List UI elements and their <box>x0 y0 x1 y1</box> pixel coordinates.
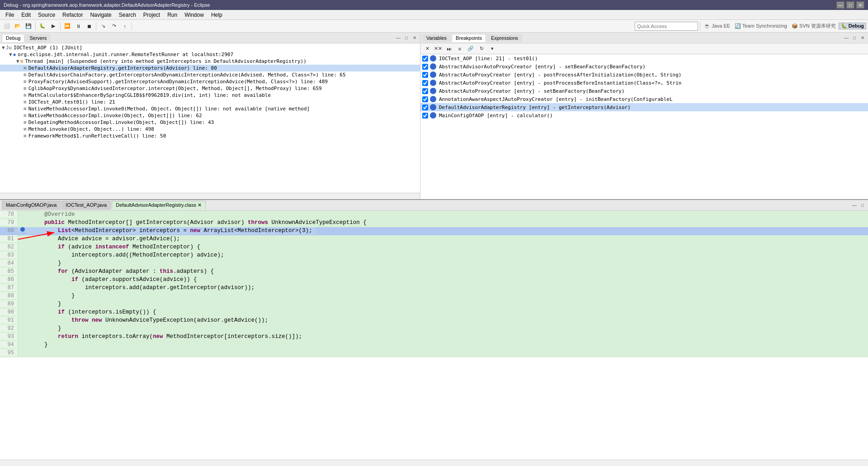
menu-navigate[interactable]: Navigate <box>86 11 115 19</box>
menu-window[interactable]: Window <box>181 11 208 19</box>
step-return-button[interactable]: ↑ <box>120 21 130 31</box>
line-content-83: interceptors.add((MethodInterceptor) adv… <box>27 252 228 259</box>
stack-frame-5-label: MathCalculator$$EnhancerBySpringCGLIB$$f… <box>28 92 271 98</box>
stack-thread[interactable]: ▼ ⚙ Thread [main] (Suspended (entry into… <box>0 58 420 65</box>
code-line-93: 93 return interceptors.toArray(new Metho… <box>0 333 868 341</box>
maximize-view-button[interactable]: □ <box>403 34 410 42</box>
stack-frame-7-label: NativeMethodAccessorImpl.invoke0(Method,… <box>28 106 310 112</box>
menu-search[interactable]: Search <box>115 11 140 19</box>
tab-breakpoints[interactable]: Breakpoints <box>452 34 486 42</box>
bp-checkbox-3[interactable] <box>422 72 428 78</box>
menu-refactor[interactable]: Refactor <box>59 11 86 19</box>
suspend-button[interactable]: ⏸ <box>73 21 83 31</box>
code-horizontal-scrollbar[interactable] <box>0 460 868 466</box>
tab-defaultadvisor[interactable]: DefaultAdvisorAdapterRegistry.class ✕ <box>112 201 206 209</box>
quick-access-input[interactable] <box>635 22 698 31</box>
menu-run[interactable]: Run <box>164 11 181 19</box>
minimize-button[interactable]: — <box>836 1 844 9</box>
stack-class[interactable]: ▼ ◆ org.eclipse.jdt.internal.junit.runne… <box>0 51 420 58</box>
bp-sync-button[interactable]: ↻ <box>476 44 486 54</box>
bp-expand-button[interactable]: ≡ <box>455 44 465 54</box>
bp-item-7[interactable]: DefaultAdvisorAdapterRegistry [entry] - … <box>420 103 868 111</box>
terminate-button[interactable]: ⏹ <box>84 21 94 31</box>
menu-project[interactable]: Project <box>140 11 164 19</box>
bp-checkbox-6[interactable] <box>422 96 428 102</box>
tab-expressions[interactable]: Expressions <box>487 34 522 42</box>
tab-servers[interactable]: Servers <box>25 34 51 42</box>
bp-item-8[interactable]: MainConfigOfAOP [entry] - calculator() <box>420 111 868 119</box>
bp-checkbox-2[interactable] <box>422 64 428 70</box>
bp-checkbox-4[interactable] <box>422 80 428 86</box>
right-maximize-button[interactable]: □ <box>851 34 858 42</box>
breakpoints-list: IOCTest_AOP [line: 21] - test01() Abstra… <box>420 54 868 199</box>
step-into-button[interactable]: ↘ <box>98 21 108 31</box>
right-minimize-button[interactable]: — <box>843 34 850 42</box>
stack-thread-label: Thread [main] (Suspended (entry into met… <box>25 58 307 64</box>
bp-item-5[interactable]: AbstractAutoProxyCreator [entry] - setBe… <box>420 87 868 95</box>
tab-variables[interactable]: Variables <box>422 34 451 42</box>
bottom-section: MainConfigOfAOP.java IOCTest_AOP.java De… <box>0 200 868 466</box>
save-button[interactable]: 💾 <box>24 21 33 31</box>
bp-item-4[interactable]: AbstractAutoProxyCreator [entry] - postP… <box>420 79 868 87</box>
line-content-93: return interceptors.toArray(new MethodIn… <box>27 333 306 340</box>
menu-edit[interactable]: Edit <box>18 11 34 19</box>
close-view-button[interactable]: ✕ <box>411 34 418 42</box>
remove-breakpoint-button[interactable]: ✕ <box>422 44 432 54</box>
resume-button[interactable]: ⏩ <box>62 21 72 31</box>
editor-minimize-button[interactable]: — <box>851 202 858 209</box>
right-close-button[interactable]: ✕ <box>859 34 866 42</box>
menu-help[interactable]: Help <box>208 11 226 19</box>
minimize-view-button[interactable]: — <box>395 34 402 42</box>
close-button[interactable]: ✕ <box>856 1 864 9</box>
editor-controls: — □ <box>851 202 866 209</box>
stack-frame-7[interactable]: ≡ NativeMethodAccessorImpl.invoke0(Metho… <box>0 105 420 112</box>
bp-checkbox-8[interactable] <box>422 113 428 119</box>
line-content-81: Advice advice = advisor.getAdvice(); <box>27 235 184 243</box>
bp-checkbox-5[interactable] <box>422 88 428 94</box>
stack-root[interactable]: ▼ Ju IOCTest_AOP (1) [JUnit] <box>0 44 420 51</box>
stack-frame-5[interactable]: ≡ MathCalculator$$EnhancerBySpringCGLIB$… <box>0 92 420 99</box>
team-sync-persp[interactable]: 🔄 Team Synchronizing <box>733 23 789 29</box>
stack-frame-8[interactable]: ≡ NativeMethodAccessorImpl.invoke(Object… <box>0 112 420 119</box>
code-line-94: 94 } <box>0 341 868 349</box>
open-button[interactable]: 📂 <box>13 21 23 31</box>
maximize-button[interactable]: □ <box>846 1 854 9</box>
stack-frame-1[interactable]: ≡ DefaultAdvisorAdapterRegistry.getInter… <box>0 65 420 71</box>
code-tabs: MainConfigOfAOP.java IOCTest_AOP.java De… <box>0 200 868 211</box>
stack-frame-4[interactable]: ≡ CglibAopProxy$DynamicAdvisedIntercepto… <box>0 85 420 92</box>
debug-scrollbar[interactable] <box>0 193 420 199</box>
run-button[interactable]: ▶ <box>48 21 58 31</box>
menu-source[interactable]: Source <box>34 11 59 19</box>
bp-link-button[interactable]: 🔗 <box>466 44 476 54</box>
step-over-button[interactable]: ↷ <box>109 21 119 31</box>
stack-frame-10[interactable]: ≡ Method.invoke(Object, Object...) line:… <box>0 126 420 133</box>
bp-item-3[interactable]: AbstractAutoProxyCreator [entry] - postP… <box>420 71 868 79</box>
bp-text-8: MainConfigOfAOP [entry] - calculator() <box>439 113 553 119</box>
debug-button[interactable]: 🐛 <box>38 21 47 31</box>
bp-checkbox-7[interactable] <box>422 105 428 110</box>
tab-mainconfigofaop[interactable]: MainConfigOfAOP.java <box>2 201 61 209</box>
code-scroll-area[interactable]: 78 @Override 79 public MethodInterceptor… <box>0 211 868 460</box>
stack-frame-9[interactable]: ≡ DelegatingMethodAccessorImpl.invoke(Ob… <box>0 119 420 126</box>
remove-all-button[interactable]: ✕✕ <box>433 44 443 54</box>
tab-debug[interactable]: Debug <box>2 34 24 42</box>
new-button[interactable]: ⬜ <box>2 21 12 31</box>
bp-icon-1 <box>430 55 436 62</box>
java-ee-persp[interactable]: ☕ Java EE <box>702 23 732 29</box>
bp-view-menu[interactable]: ▾ <box>487 44 497 54</box>
bp-item-6[interactable]: AnnotationAwareAspectJAutoProxyCreator [… <box>420 95 868 103</box>
bp-checkbox-1[interactable] <box>422 56 428 62</box>
editor-maximize-button[interactable]: □ <box>859 202 866 209</box>
stack-frame-11[interactable]: ≡ FrameworkMethod$1.runReflectiveCall() … <box>0 133 420 139</box>
menu-file[interactable]: File <box>2 11 18 19</box>
bp-item-2[interactable]: AbstractAdvisorAutoProxyCreator [entry] … <box>420 62 868 71</box>
svn-persp[interactable]: 📦 SVN 资源库研究 <box>790 23 838 29</box>
tab-ioctest[interactable]: IOCTest_AOP.java <box>61 201 111 209</box>
bp-skip-button[interactable]: ⏭ <box>444 44 454 54</box>
stack-frame-3[interactable]: ≡ ProxyFactory(AdvisedSupport).getInterc… <box>0 78 420 85</box>
debug-persp[interactable]: 🐛 Debug <box>839 23 866 29</box>
bp-item-1[interactable]: IOCTest_AOP [line: 21] - test01() <box>420 54 868 62</box>
stack-frame-6[interactable]: ≡ IOCTest_AOP.test01() line: 21 <box>0 99 420 105</box>
stack-frame-2[interactable]: ≡ DefaultAdvisorChainFactory.getIntercep… <box>0 71 420 78</box>
line-content-94: } <box>27 341 52 348</box>
